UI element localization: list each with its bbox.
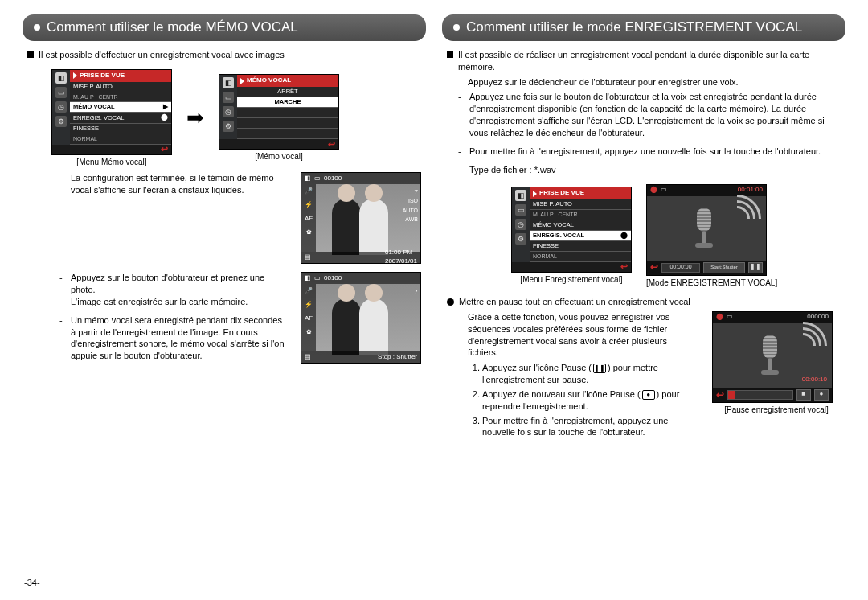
mic-icon: 🎤 [305,287,313,296]
clock-icon: ◷ [223,106,234,117]
left-intro-block: Il est possible d'effectuer un enregistr… [27,49,421,61]
mode-icon: ▭ [515,204,526,216]
lcd-photo-1: ◧▭00100 🎤⚡AF✿ 7ISOAUTOAWB ▤01:00 PM2007/… [301,172,421,264]
caption: [Menu Mémo vocal] [51,157,172,168]
left-intro: Il est possible d'effectuer un enregistr… [39,49,285,61]
camera-menu-rec: ◧ ▭ ◷ ⚙ PRISE DE VUE MISE P. AUTO M. AU … [511,187,632,272]
clock-icon: ◷ [55,101,67,113]
square-bullet-icon [27,51,34,58]
return-icon: ↩ [620,261,628,273]
caption: [Menu Enregistrement vocal] [511,274,632,286]
manual-page: Comment utiliser le mode MÉMO VOCAL Il e… [0,0,868,600]
macro-icon: ✿ [306,328,312,337]
menu-row: ENREGIS. VOCAL⬤ [70,113,171,124]
triangle-icon [533,191,537,197]
right-title: Comment utiliser le mode ENREGISTREMENT … [466,18,802,37]
caption: [Mémo vocal] [219,151,339,162]
voice-rec-screen: ⬤▭00:01:00 ↩ 00:00:00 Start:Shutter ❚❚ [646,184,767,276]
flash-icon: ⚡ [305,201,313,210]
left-title-bar: Comment utiliser le mode MÉMO VOCAL [23,14,426,41]
menu-row-selected: MÉMO VOCAL▶ [70,102,171,113]
menu-icon: ▤ [305,353,311,362]
fig-menu-memo: ◧ ▭ ◷ ⚙ PRISE DE VUE MISE P. AUTO M. AU … [51,69,172,167]
pause-desc: Grâce à cette fonction, vous pouvez enre… [468,311,698,359]
rec-icon: ⬤ [161,113,168,122]
macro-icon: ✿ [306,228,312,237]
camera-icon: ◧ [515,190,526,201]
voice-pause-screen: ⬤▭000000 00:00:10 ↩ ■ ● [712,311,833,403]
note-10s: Un mémo vocal sera enregistré pendant di… [71,314,286,362]
return-icon: ↩ [328,138,335,150]
right-column: Comment utiliser le mode ENREGISTREMENT … [442,14,845,590]
step-1: Appuyez sur l'icône Pause (❚❚) pour mett… [482,362,698,386]
bullet-record: Appuyez une fois sur le bouton de l'obtu… [469,91,841,138]
lcd-photo-2: ◧▭00100 🎤⚡AF✿ 7 ▤Stop : Shutter [301,272,421,364]
bullet-icon [453,24,460,31]
menu-row-selected: MARCHE [237,97,338,108]
gear-icon: ⚙ [223,121,234,132]
camera-icon: ◧ [305,175,311,183]
fig-menu-rec: ◧ ▭ ◷ ⚙ PRISE DE VUE MISE P. AUTO M. AU … [511,187,632,285]
camera-menu-1: ◧ ▭ ◷ ⚙ PRISE DE VUE MISE P. AUTO M. AU … [51,69,172,155]
card-icon: ▭ [314,175,321,183]
pause-icon: ❚❚ [593,364,606,373]
pause-icon: ❚❚ [748,262,763,273]
menu-row: MISE P. AUTO [70,82,171,92]
menu-icon: ▤ [305,253,311,262]
left-title: Comment utiliser le mode MÉMO VOCAL [47,18,298,37]
triangle-icon [240,78,244,84]
mode-icon: ▭ [55,87,67,98]
cam-sidebar: ◧ ▭ ◷ ⚙ [52,70,70,145]
camera-icon: ◧ [305,274,311,283]
rec-icon: ⬤ [716,313,723,322]
menu-row: FINESSE [70,124,171,134]
menu-row: ARRÊT [237,87,338,97]
right-sub: Appuyez sur le déclencheur de l'obturate… [468,77,739,87]
left-column: Comment utiliser le mode MÉMO VOCAL Il e… [23,14,426,590]
bullet-filetype: Type de fichier : *.wav [469,164,556,176]
fig-rec-mode: ⬤▭00:01:00 ↩ 00:00:00 Start:Shutter ❚❚ [… [646,184,777,289]
pause-steps: Appuyez sur l'icône Pause (❚❚) pour mett… [468,362,698,438]
clock-icon: ◷ [515,219,526,230]
circle-bullet-icon [447,298,454,306]
note-save: L'image est enregistrée sur la carte mém… [71,297,248,306]
rec-icon: ⬤ [650,186,657,195]
page-number: -34- [24,577,40,589]
card-icon: ▭ [727,313,733,322]
return-icon: ↩ [650,261,658,273]
bullet-stop: Pour mettre fin à l'enregistrement, appu… [469,146,821,158]
step-3: Pour mettre fin à l'enregistrement, appu… [482,415,698,439]
gear-icon: ⚙ [55,116,67,127]
right-intro: Il est possible de réaliser un enregistr… [458,49,841,73]
caption: [Mode ENREGISTREMENT VOCAL] [646,277,777,289]
arrow-right-icon: ➡ [186,104,204,132]
triangle-icon [73,72,77,79]
record-icon: ● [814,389,829,401]
menu-header: PRISE DE VUE [70,70,171,82]
card-icon: ▭ [661,186,667,195]
elapsed-time: 00:00:10 [802,376,827,384]
start-shutter-label: Start:Shutter [703,262,745,273]
square-bullet-icon [447,51,453,58]
return-icon: ↩ [716,388,724,401]
fig-menu-memo-sub: ◧ ▭ ◷ ⚙ MÉMO VOCAL ARRÊT MARCHE [219,74,339,162]
flash-icon: ⚡ [305,301,313,310]
right-title-bar: Comment utiliser le mode ENREGISTREMENT … [442,14,845,41]
mic-icon: 🎤 [305,187,313,196]
menu-row-sub: M. AU P . CENTR [70,92,171,102]
note-shoot: Appuyez sur le bouton d'obturateur et pr… [71,273,264,294]
record-icon: ● [642,390,655,400]
return-icon: ↩ [161,143,168,155]
mode-icon: ▭ [223,92,234,103]
bullet-icon [34,24,40,31]
rec-icon: ⬤ [620,232,628,240]
note-config: La configuration est terminée, si le tém… [71,172,286,196]
caption: [Pause enregistrement vocal] [712,405,841,416]
camera-menu-2: ◧ ▭ ◷ ⚙ MÉMO VOCAL ARRÊT MARCHE [219,74,339,150]
figure-row-menus: ◧ ▭ ◷ ⚙ PRISE DE VUE MISE P. AUTO M. AU … [51,69,421,167]
camera-icon: ◧ [223,77,234,88]
gear-icon: ⚙ [515,233,526,245]
camera-icon: ◧ [55,72,67,84]
stop-icon: ■ [796,389,811,401]
step-2: Appuyez de nouveau sur l'icône Pause (●)… [482,388,698,413]
